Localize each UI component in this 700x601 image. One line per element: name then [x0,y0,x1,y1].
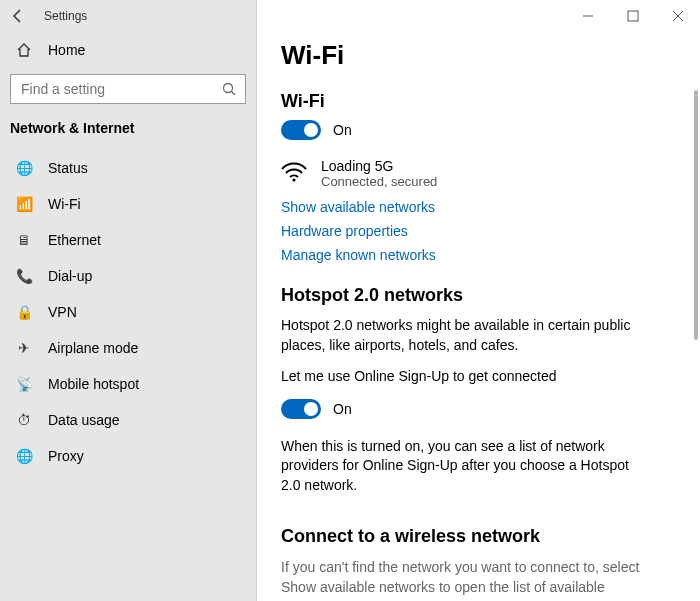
current-network-info: Loading 5G Connected, secured [321,158,437,189]
airplane-icon: ✈ [16,340,32,356]
hotspot-heading: Hotspot 2.0 networks [281,285,680,306]
app-title: Settings [36,9,87,23]
back-button[interactable] [0,0,36,32]
link-hardware-properties[interactable]: Hardware properties [281,223,680,239]
scroll-area: Wi-Fi Wi-Fi On Loading 5G Connected, sec… [281,40,680,601]
svg-line-3 [232,92,236,96]
search-container [0,68,256,116]
home-icon [16,42,32,58]
network-ssid: Loading 5G [321,158,437,174]
sidebar-item-label: Status [48,160,88,176]
link-manage-known-networks[interactable]: Manage known networks [281,247,680,263]
search-box[interactable] [10,74,246,104]
hotspot-description: Hotspot 2.0 networks might be available … [281,316,651,355]
search-input[interactable] [19,80,221,98]
sidebar-item-label: Dial-up [48,268,92,284]
sidebar-item-ethernet[interactable]: 🖥 Ethernet [0,222,256,258]
wifi-signal-icon [281,160,307,186]
sidebar-item-airplane[interactable]: ✈ Airplane mode [0,330,256,366]
ethernet-icon: 🖥 [16,232,32,248]
sidebar-item-label: Wi-Fi [48,196,81,212]
sidebar-item-label: Ethernet [48,232,101,248]
window-controls [565,0,700,32]
wifi-subheading: Wi-Fi [281,91,680,112]
hotspot-icon: 📡 [16,376,32,392]
main-pane: Wi-Fi Wi-Fi On Loading 5G Connected, sec… [257,0,700,601]
sidebar-item-label: Proxy [48,448,84,464]
arrow-left-icon [10,8,26,24]
link-show-networks[interactable]: Show available networks [281,199,680,215]
sidebar-item-dialup[interactable]: 📞 Dial-up [0,258,256,294]
proxy-icon: 🌐 [16,448,32,464]
scrollbar-track[interactable] [694,90,698,595]
settings-window: Settings Home [0,0,700,601]
sidebar-item-label: Data usage [48,412,120,428]
minimize-button[interactable] [565,0,610,32]
sidebar-home[interactable]: Home [0,32,256,68]
globe-icon: 🌐 [16,160,32,176]
current-network[interactable]: Loading 5G Connected, secured [281,158,680,189]
svg-point-4 [292,178,295,181]
sidebar-item-label: Mobile hotspot [48,376,139,392]
maximize-button[interactable] [610,0,655,32]
page-title: Wi-Fi [281,40,680,71]
dialup-icon: 📞 [16,268,32,284]
maximize-icon [625,8,641,24]
wifi-icon: 📶 [16,196,32,212]
hotspot-toggle[interactable] [281,399,321,419]
hotspot-toggle-row: On [281,399,680,419]
vpn-icon: 🔒 [16,304,32,320]
title-bar: Settings [0,0,700,32]
sidebar-item-wifi[interactable]: 📶 Wi-Fi [0,186,256,222]
network-status: Connected, secured [321,174,437,189]
data-usage-icon: ⏱ [16,412,32,428]
sidebar-item-label: Airplane mode [48,340,138,356]
sidebar-item-status[interactable]: 🌐 Status [0,150,256,186]
wifi-toggle[interactable] [281,120,321,140]
hotspot-toggle-label: Let me use Online Sign-Up to get connect… [281,367,651,387]
svg-point-2 [224,84,233,93]
sidebar-section-title: Network & Internet [0,116,256,150]
search-icon [221,81,237,97]
wifi-toggle-row: On [281,120,680,140]
close-button[interactable] [655,0,700,32]
wifi-toggle-state: On [333,122,352,138]
connect-heading: Connect to a wireless network [281,526,680,547]
sidebar-item-hotspot[interactable]: 📡 Mobile hotspot [0,366,256,402]
scrollbar-thumb[interactable] [694,90,698,340]
hotspot-toggle-state: On [333,401,352,417]
sidebar-item-datausage[interactable]: ⏱ Data usage [0,402,256,438]
sidebar-item-proxy[interactable]: 🌐 Proxy [0,438,256,474]
hotspot-explain: When this is turned on, you can see a li… [281,437,651,496]
connect-body: If you can't find the network you want t… [281,557,661,601]
sidebar-item-label: VPN [48,304,77,320]
close-icon [670,8,686,24]
minimize-icon [580,8,596,24]
sidebar-home-label: Home [48,42,85,58]
sidebar: Home Network & Internet 🌐 Status 📶 Wi-Fi… [0,0,257,601]
svg-rect-1 [628,11,638,21]
sidebar-item-vpn[interactable]: 🔒 VPN [0,294,256,330]
